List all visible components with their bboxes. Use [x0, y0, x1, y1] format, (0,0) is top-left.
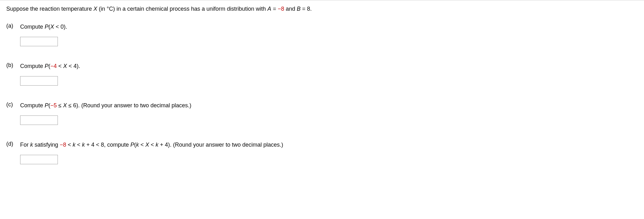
- part-c-input[interactable]: [20, 115, 58, 125]
- part-d-input[interactable]: [20, 155, 58, 164]
- part-b: (b) Compute P(−4 < X < 4).: [0, 59, 644, 98]
- part-a-question: Compute P(X < 0).: [20, 23, 638, 31]
- part-b-label: (b): [6, 62, 20, 69]
- var-x: X: [93, 6, 97, 12]
- part-b-question: Compute P(−4 < X < 4).: [20, 62, 638, 70]
- problem-intro: Suppose the reaction temperature X (in °…: [0, 0, 644, 20]
- part-a: (a) Compute P(X < 0).: [0, 20, 644, 59]
- intro-text: Suppose the reaction temperature: [6, 6, 93, 12]
- part-d-label: (d): [6, 141, 20, 147]
- part-c-question: Compute P(−5 ≤ X ≤ 6). (Round your answe…: [20, 101, 638, 110]
- part-b-input[interactable]: [20, 76, 58, 86]
- part-a-label: (a): [6, 23, 20, 29]
- var-a: A: [268, 6, 271, 12]
- var-b: B: [297, 6, 301, 12]
- part-c: (c) Compute P(−5 ≤ X ≤ 6). (Round your a…: [0, 98, 644, 138]
- part-d: (d) For k satisfying −8 < k < k + 4 < 8,…: [0, 138, 644, 177]
- part-c-label: (c): [6, 101, 20, 108]
- neg-value: −8: [278, 6, 284, 12]
- part-d-question: For k satisfying −8 < k < k + 4 < 8, com…: [20, 141, 638, 149]
- part-a-input[interactable]: [20, 37, 58, 46]
